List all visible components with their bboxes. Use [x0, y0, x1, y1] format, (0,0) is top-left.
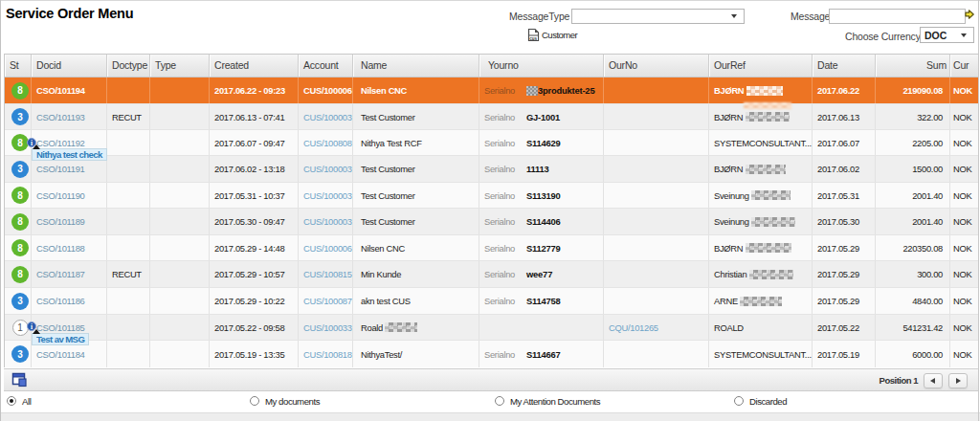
- svg-text:cus: cus: [529, 36, 537, 41]
